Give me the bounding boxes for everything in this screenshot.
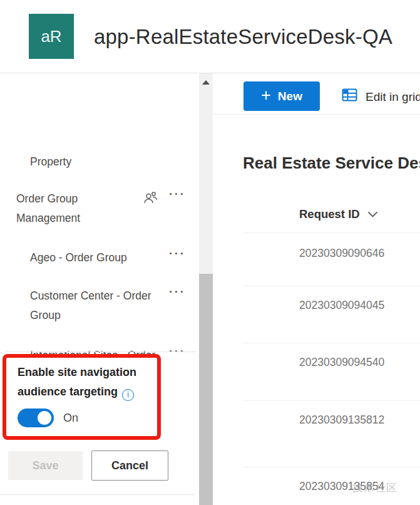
audience-targeting-label: Enable site navigation audience targetin…	[18, 363, 144, 402]
more-options-button-order-group-management[interactable]: ···	[169, 190, 185, 204]
site-title: app-RealEstateServiceDesk-QA	[94, 25, 392, 49]
info-icon[interactable]: i	[122, 389, 134, 401]
site-header: aR app-RealEstateServiceDesk-QA	[0, 0, 420, 73]
table-row[interactable]: 20230309135812	[299, 414, 384, 427]
table-row[interactable]: 20230309094045	[299, 299, 384, 312]
plus-icon: +	[261, 87, 271, 104]
toggle-state-label: On	[63, 412, 78, 425]
list-content: + New Edit in grid view Real Estate Serv…	[213, 73, 420, 505]
edit-in-grid-button[interactable]: Edit in grid view	[366, 90, 420, 104]
nav-scrollbar[interactable]	[199, 73, 213, 505]
row-divider	[243, 286, 420, 286]
scrollbar-thumb[interactable]	[199, 274, 213, 505]
more-options-button-international-sites[interactable]: ···	[169, 347, 185, 361]
nav-pane-divider	[5, 351, 195, 352]
audience-targeting-people-icon	[143, 190, 158, 208]
new-button[interactable]: + New	[243, 81, 320, 111]
new-button-label: New	[278, 90, 302, 103]
table-row[interactable]: 20230309094540	[299, 356, 384, 369]
site-logo[interactable]: aR	[29, 14, 74, 59]
audience-targeting-toggle-row: On	[18, 409, 157, 427]
chevron-down-icon	[367, 207, 378, 221]
column-header-request-id[interactable]: Request ID	[299, 207, 378, 221]
nav-pane-bottom-divider	[0, 494, 195, 495]
more-options-button-ageo[interactable]: ···	[169, 249, 185, 263]
site-logo-initials: aR	[41, 27, 61, 46]
nav-item-customer-center-order-group[interactable]: Customer Center - Order Group	[30, 286, 160, 325]
audience-targeting-highlight-box: Enable site navigation audience targetin…	[3, 354, 161, 440]
more-options-button-customer-center[interactable]: ···	[169, 288, 185, 301]
toggle-knob	[38, 411, 51, 425]
grid-view-icon[interactable]	[341, 86, 358, 106]
nav-edit-pane: Property Order Group Management ··· Ageo…	[0, 73, 199, 505]
scroll-up-arrow-icon[interactable]	[202, 80, 210, 85]
list-toolbar: + New Edit in grid view	[213, 73, 420, 115]
row-divider	[243, 400, 420, 401]
nav-item-property[interactable]: Property	[30, 152, 71, 172]
audience-targeting-toggle[interactable]	[18, 409, 54, 427]
row-divider	[243, 467, 420, 467]
table-row[interactable]: 20230309090646	[299, 247, 384, 260]
nav-item-order-group-management[interactable]: Order Group Management	[16, 189, 128, 228]
row-divider	[243, 343, 420, 343]
nav-item-ageo-order-group[interactable]: Ageo - Order Group	[30, 248, 127, 268]
watermark-text: 技术社区	[352, 481, 397, 495]
app-window: aR app-RealEstateServiceDesk-QA Property…	[0, 0, 420, 505]
row-divider	[243, 232, 420, 233]
save-button[interactable]: Save	[8, 451, 83, 480]
list-title: Real Estate Service Desk	[243, 154, 420, 173]
cancel-button[interactable]: Cancel	[91, 450, 168, 481]
